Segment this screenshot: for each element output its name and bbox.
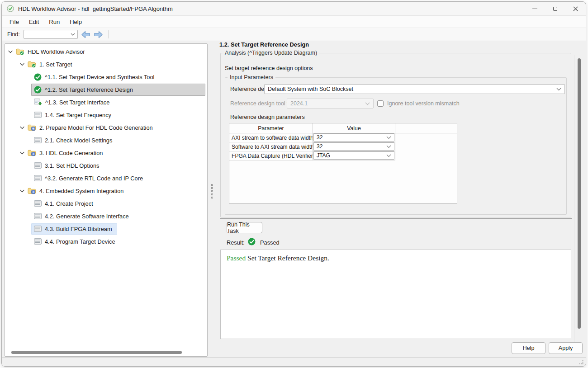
tree-item[interactable]: ^1.3. Set Target Interface <box>5 96 207 109</box>
ignore-mismatch-checkbox[interactable] <box>377 100 384 107</box>
chevron-down-icon[interactable] <box>19 63 25 66</box>
tree-item-chip[interactable]: HDL Workflow Advisor <box>13 46 90 57</box>
menu-help[interactable]: Help <box>65 17 87 27</box>
check-circle-icon <box>34 86 42 94</box>
resize-grip-icon[interactable] <box>579 360 583 364</box>
tree-item-label: 2. Prepare Model For HDL Code Generation <box>39 124 153 131</box>
tree-item[interactable]: 4.4. Program Target Device <box>5 235 207 248</box>
tree-item-chip[interactable]: 4.1. Create Project <box>31 198 98 209</box>
tree-item-chip[interactable]: 3. HDL Code Generation <box>25 147 108 159</box>
tree-item-label: 3. HDL Code Generation <box>39 150 103 156</box>
tree-horizontal-scrollbar[interactable] <box>11 351 182 354</box>
run-this-task-button[interactable]: Run This Task <box>227 222 262 233</box>
close-button[interactable] <box>565 2 586 15</box>
task-icon <box>34 175 42 181</box>
status-strip <box>2 357 586 366</box>
tree-item-label: 4.1. Create Project <box>45 200 93 207</box>
chevron-down-icon[interactable] <box>19 126 25 129</box>
tree-item-chip[interactable]: 4.4. Program Target Device <box>31 236 120 247</box>
parameter-row: Software to AXI stream data width32 <box>229 142 457 151</box>
folder-module-icon <box>28 187 36 194</box>
parameter-value: 32 <box>317 143 322 150</box>
tree-item[interactable]: ^3.2. Generate RTL Code and IP Core <box>5 172 207 184</box>
tree-item-chip[interactable]: 2.1. Check Model Settings <box>31 135 117 146</box>
tree-item[interactable]: 4.2. Generate Software Interface <box>5 210 207 222</box>
result-status: Passed <box>260 239 280 246</box>
tree-item-chip[interactable]: 4.3. Build FPGA Bitstream <box>31 223 117 235</box>
chevron-down-icon[interactable] <box>71 33 75 36</box>
parameter-value-select[interactable]: 32 <box>313 133 394 142</box>
workflow-tree: HDL Workflow Advisor1. Set Target^1.1. S… <box>5 45 207 248</box>
tree-item[interactable]: 2. Prepare Model For HDL Code Generation <box>5 121 207 134</box>
tree-item[interactable]: 4.1. Create Project <box>5 197 207 210</box>
tree-item-chip[interactable]: ^1.2. Set Target Reference Design <box>31 84 205 96</box>
folder-check-icon <box>28 61 36 68</box>
input-parameters-legend: Input Parameters <box>228 74 275 80</box>
parameter-name-cell: Software to AXI stream data width <box>229 142 313 151</box>
menu-edit[interactable]: Edit <box>24 17 44 27</box>
tree-item[interactable]: 1. Set Target <box>5 58 207 71</box>
find-next-button[interactable] <box>94 31 103 38</box>
apply-button[interactable]: Apply <box>549 342 583 354</box>
parameter-value-cell: 32 <box>313 133 395 142</box>
find-input[interactable] <box>24 30 78 39</box>
tree-item-chip[interactable]: 1.4. Set Target Frequency <box>31 109 116 121</box>
tree-item-chip[interactable]: 2. Prepare Model For HDL Code Generation <box>25 122 158 133</box>
task-icon <box>34 200 42 207</box>
parameter-value: 32 <box>317 134 322 141</box>
chevron-down-icon <box>386 136 391 139</box>
minimize-icon <box>532 9 537 9</box>
tree-item[interactable]: 2.1. Check Model Settings <box>5 134 207 146</box>
tree-item-label: ^1.3. Set Target Interface <box>45 99 109 106</box>
parameter-value-select[interactable]: JTAG <box>313 151 394 160</box>
menu-bar: File Edit Run Help <box>2 15 586 28</box>
tree-item[interactable]: 4. Embedded System Integration <box>5 184 207 197</box>
chevron-down-icon <box>386 154 391 157</box>
app-check-icon <box>7 5 14 12</box>
menu-file[interactable]: File <box>5 17 24 27</box>
panel-splitter[interactable] <box>210 184 214 205</box>
reference-design-value: Default System with SoC Blockset <box>268 86 353 92</box>
tree-item-chip[interactable]: 4.2. Generate Software Interface <box>31 211 134 222</box>
chevron-down-icon[interactable] <box>8 50 13 53</box>
tree-item-label: HDL Workflow Advisor <box>28 48 85 55</box>
parameter-value-select[interactable]: 32 <box>313 142 394 151</box>
tree-item[interactable]: 1.4. Set Target Frequency <box>5 109 207 121</box>
minimize-button[interactable] <box>525 2 545 15</box>
tree-item[interactable]: 3. HDL Code Generation <box>5 146 207 159</box>
tree-item[interactable]: ^1.1. Set Target Device and Synthesis To… <box>5 71 207 83</box>
chevron-down-icon[interactable] <box>19 151 25 155</box>
tool-version-select: 2024.1 <box>287 99 374 109</box>
tree-item-chip[interactable]: ^1.3. Set Target Interface <box>31 96 114 108</box>
reference-design-select[interactable]: Default System with SoC Blockset <box>264 84 565 94</box>
parameter-row: FPGA Data Capture (HDL Verifier req...JT… <box>229 151 457 160</box>
tree-item[interactable]: 3.1. Set HDL Options <box>5 159 207 172</box>
help-button[interactable]: Help <box>512 342 545 354</box>
result-message-status: Passed <box>227 254 246 262</box>
tree-item-label: 4.3. Build FPGA Bitstream <box>45 226 112 232</box>
tree-item-chip[interactable]: 1. Set Target <box>25 58 77 70</box>
tree-item-chip[interactable]: 4. Embedded System Integration <box>25 185 128 197</box>
close-icon <box>573 6 578 11</box>
find-toolbar: Find: <box>2 28 586 41</box>
parameter-value-cell: 32 <box>313 142 395 151</box>
parameter-name-cell: FPGA Data Capture (HDL Verifier req... <box>229 151 313 160</box>
splitter-dot <box>211 184 213 186</box>
menu-run[interactable]: Run <box>44 17 65 27</box>
tree-item[interactable]: 4.3. Build FPGA Bitstream <box>5 222 207 235</box>
panel-vertical-scrollbar[interactable] <box>578 58 581 329</box>
tree-item-label: 2.1. Check Model Settings <box>45 137 112 144</box>
find-previous-button[interactable] <box>81 31 90 38</box>
maximize-button[interactable] <box>545 2 565 15</box>
chevron-down-icon[interactable] <box>19 189 25 193</box>
result-message-text: Set Target Reference Design. <box>247 254 329 262</box>
tree-item[interactable]: ^1.2. Set Target Reference Design <box>5 83 207 96</box>
tree-item-label: 3.1. Set HDL Options <box>45 162 99 169</box>
workflow-tree-panel: HDL Workflow Advisor1. Set Target^1.1. S… <box>5 43 208 357</box>
tree-item-chip[interactable]: 3.1. Set HDL Options <box>31 160 104 171</box>
folder-check-icon <box>16 48 24 55</box>
chevron-down-icon <box>556 88 561 91</box>
tree-item-chip[interactable]: ^3.2. Generate RTL Code and IP Core <box>31 173 148 184</box>
tree-item[interactable]: HDL Workflow Advisor <box>5 45 207 58</box>
tree-item-chip[interactable]: ^1.1. Set Target Device and Synthesis To… <box>31 71 159 83</box>
